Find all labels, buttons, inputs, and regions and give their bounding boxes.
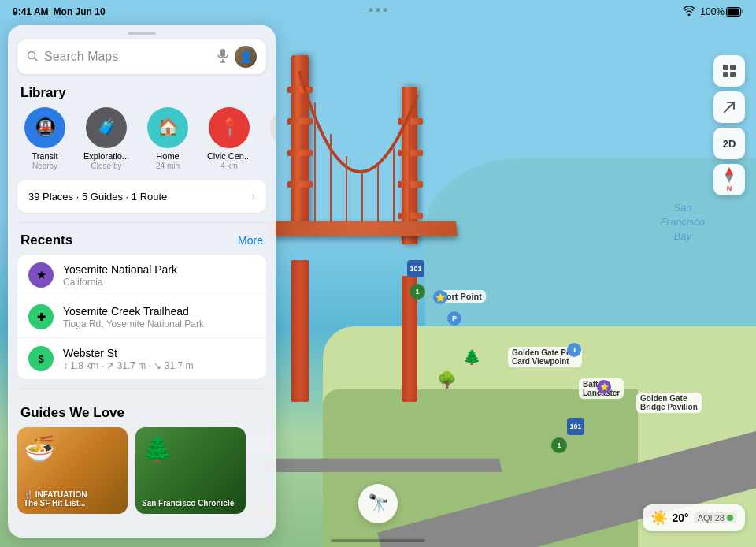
webster-name: Webster St (63, 347, 255, 359)
webster-info: Webster St ↕ 1.8 km · ↗ 31.7 m · ↘ 31.7 … (63, 347, 255, 371)
bridge-support (291, 260, 309, 402)
golden-gate-bridge (252, 24, 472, 402)
route-1-shield: 1 (410, 284, 425, 300)
status-date: Mon Jun 10 (54, 6, 106, 17)
search-bar[interactable]: Search Maps 👤 (17, 39, 266, 74)
forest-icon: 🌲 (142, 434, 173, 463)
search-icon (27, 50, 38, 64)
route-101-shield: 101 (407, 260, 424, 277)
fort-point-pin: ⭐ (433, 290, 447, 304)
food-icon: 🍜 (24, 434, 55, 463)
aqi-label: AQI 28 (698, 513, 724, 523)
golden-gate-pavilion-label: Golden GateBridge Pavilion (636, 393, 702, 413)
mic-icon[interactable] (217, 49, 228, 65)
weather-sun-icon: ☀️ (650, 509, 668, 527)
svg-rect-17 (730, 72, 736, 77)
more-icon: ••• (270, 107, 276, 148)
explore-sublabel: Close by (91, 162, 122, 170)
summary-text: 39 Places · 5 Guides · 1 Route (28, 191, 167, 203)
guide-sf-chronicle[interactable]: 🌲 San Francisco Chronicle (135, 427, 246, 514)
home-sublabel: 24 min (156, 162, 180, 170)
user-avatar[interactable]: 👤 (235, 46, 257, 68)
recent-item-webster[interactable]: $ Webster St ↕ 1.8 km · ↗ 31.7 m · ↘ 31.… (17, 338, 266, 379)
map-controls: 2D N (713, 55, 745, 195)
compass-label: N (727, 184, 732, 192)
explore-icon: 🧳 (86, 107, 127, 148)
fav-transit[interactable]: 🚇 Transit Nearby (17, 107, 72, 170)
weather-temperature: 20° (673, 512, 689, 524)
fav-home[interactable]: 🏠 Home 24 min (140, 107, 195, 170)
yosemite-creek-info: Yosemite Creek Trailhead Tioga Rd, Yosem… (63, 305, 255, 329)
transit-icon: 🚇 (24, 107, 65, 148)
explore-label: Exploratio... (79, 151, 134, 161)
bridge-cables (252, 24, 472, 402)
recent-item-yosemite-creek[interactable]: ✚ Yosemite Creek Trailhead Tioga Rd, Yos… (17, 296, 266, 337)
guide-card-bg-1: 🍜 🍴 INFATUATIONThe SF Hit List... (17, 427, 128, 514)
recent-item-yosemite-park[interactable]: ★ Yosemite National Park California (17, 255, 266, 296)
compass-button[interactable]: N (713, 164, 745, 195)
svg-rect-11 (220, 49, 225, 57)
fav-civic[interactable]: 📍 Civic Cen... 4 km (202, 107, 257, 170)
search-panel: Search Maps 👤 Library 🚇 Transit Nearby 🧳… (8, 25, 276, 538)
guides-row: 🍜 🍴 INFATUATIONThe SF Hit List... 🌲 San … (8, 427, 276, 514)
summary-row[interactable]: 39 Places · 5 Guides · 1 Route › (17, 180, 266, 213)
transit-label: Transit (17, 151, 72, 161)
yosemite-park-sub: California (63, 277, 255, 288)
guides-header: Guides We Love (8, 399, 276, 427)
golden-gate-postcard-pin: ℹ (567, 343, 581, 357)
search-input[interactable]: Search Maps (44, 50, 211, 64)
yosemite-creek-name: Yosemite Creek Trailhead (63, 305, 255, 318)
more-button[interactable]: More (238, 234, 263, 247)
status-bar: 9:41 AM Mon Jun 10 100% (0, 0, 756, 24)
tree-icon: 🌲 (463, 348, 480, 366)
parking-pin: P (447, 311, 461, 326)
home-icon: 🏠 (147, 107, 188, 148)
summary-chevron: › (251, 189, 255, 203)
binoculars-button[interactable]: 🔭 (358, 484, 398, 523)
aqi-badge: AQI 28 (694, 512, 737, 523)
route-101-bottom-shield: 101 (567, 418, 584, 435)
civic-sublabel: 4 km (220, 162, 238, 170)
fav-more[interactable]: ••• (263, 107, 276, 170)
fav-explore[interactable]: 🧳 Exploratio... Close by (79, 107, 134, 170)
webster-sub: ↕ 1.8 km · ↗ 31.7 m · ↘ 31.7 m (63, 360, 255, 371)
battery-percent: 100% (700, 6, 724, 17)
map-layers-button[interactable] (713, 55, 745, 87)
civic-label: Civic Cen... (202, 151, 257, 161)
wifi-icon (683, 6, 695, 18)
yosemite-park-info: Yosemite National Park California (63, 263, 255, 288)
home-label: Home (140, 151, 195, 161)
bridge-road (263, 459, 502, 472)
compass-south (725, 175, 733, 183)
transit-sublabel: Nearby (32, 162, 57, 170)
yosemite-park-name: Yosemite National Park (63, 263, 255, 276)
yosemite-creek-icon: ✚ (28, 304, 54, 329)
guide-sf-chronicle-label: San Francisco Chronicle (142, 499, 234, 508)
bottom-controls: 🔭 (358, 484, 398, 523)
directions-button[interactable] (713, 91, 745, 123)
divider (17, 222, 266, 223)
weather-widget: ☀️ 20° AQI 28 (643, 504, 745, 531)
compass-north (725, 167, 733, 175)
guide-infatuation-label: 🍴 INFATUATIONThe SF Hit List... (24, 490, 87, 508)
guide-card-bg-2: 🌲 San Francisco Chronicle (135, 427, 246, 514)
civic-icon: 📍 (209, 107, 250, 148)
webster-icon: $ (28, 346, 54, 371)
yosemite-creek-sub: Tioga Rd, Yosemite National Park (63, 318, 255, 329)
status-time: 9:41 AM (13, 6, 49, 17)
divider-2 (17, 389, 266, 389)
yosemite-park-icon: ★ (28, 262, 54, 288)
favorites-row: 🚇 Transit Nearby 🧳 Exploratio... Close b… (8, 107, 276, 180)
svg-rect-15 (730, 65, 736, 70)
guide-infatuation[interactable]: 🍜 🍴 INFATUATIONThe SF Hit List... (17, 427, 128, 514)
2d-view-button[interactable]: 2D (713, 128, 745, 159)
status-right: 100% (683, 6, 743, 18)
tree-icon: 🌳 (437, 370, 457, 389)
panel-handle (128, 32, 156, 35)
svg-rect-8 (728, 9, 739, 16)
battery-lancaster-pin: ⭐ (597, 380, 611, 394)
library-title: Library (8, 82, 276, 107)
home-bar (331, 539, 425, 542)
recents-title: Recents (20, 233, 72, 248)
battery-icon: 100% (700, 6, 743, 17)
